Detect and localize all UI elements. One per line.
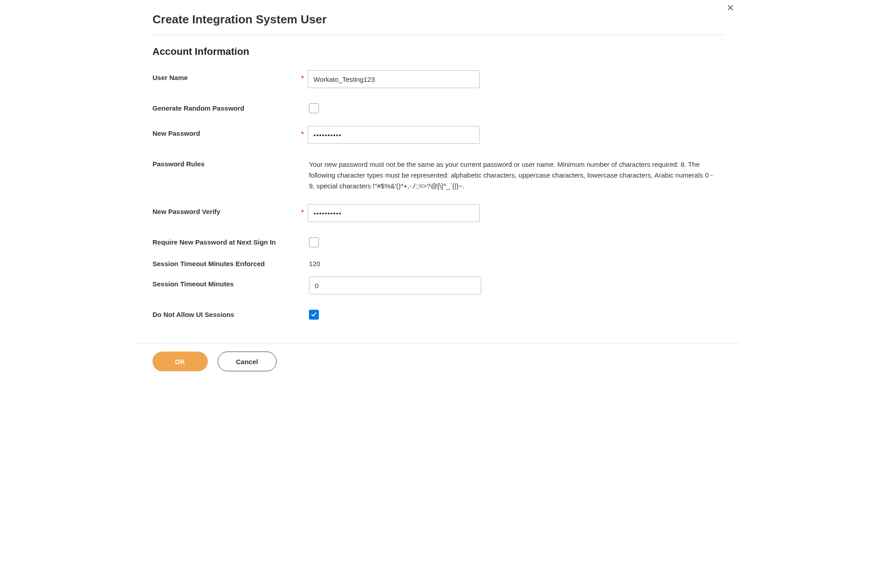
- row-new-password: New Password *: [152, 126, 725, 144]
- row-session-timeout-enforced: Session Timeout Minutes Enforced 120: [152, 256, 725, 267]
- label-session-timeout-enforced: Session Timeout Minutes Enforced: [152, 256, 301, 267]
- row-require-new-password: Require New Password at Next Sign In: [152, 235, 725, 247]
- require-new-password-checkbox[interactable]: [309, 237, 319, 247]
- dialog-create-integration-system-user: Create Integration System User Account I…: [138, 0, 739, 379]
- label-new-password-verify: New Password Verify: [152, 204, 301, 215]
- required-indicator: *: [301, 126, 304, 138]
- username-field[interactable]: [308, 70, 480, 88]
- password-rules-text: Your new password must not be the same a…: [309, 156, 719, 192]
- cancel-button[interactable]: Cancel: [218, 352, 277, 371]
- label-username: User Name: [152, 70, 301, 81]
- close-button[interactable]: [726, 4, 734, 13]
- dialog-title: Create Integration System User: [152, 13, 725, 27]
- dialog-footer: OK Cancel: [138, 343, 739, 379]
- required-indicator: *: [301, 204, 304, 217]
- required-indicator: *: [301, 70, 304, 83]
- ok-button[interactable]: OK: [152, 352, 208, 371]
- row-session-timeout: Session Timeout Minutes: [152, 276, 725, 294]
- row-username: User Name *: [152, 70, 725, 88]
- label-generate-random-password: Generate Random Password: [152, 101, 301, 112]
- generate-random-password-checkbox[interactable]: [309, 103, 319, 113]
- session-timeout-enforced-value: 120: [309, 256, 320, 267]
- close-icon: [726, 5, 734, 13]
- label-require-new-password: Require New Password at Next Sign In: [152, 235, 301, 246]
- row-new-password-verify: New Password Verify *: [152, 204, 725, 222]
- check-icon: [310, 311, 318, 319]
- dialog-content: Account Information User Name * Generate…: [138, 35, 739, 343]
- new-password-field[interactable]: [308, 126, 480, 144]
- row-no-ui-sessions: Do Not Allow UI Sessions: [152, 307, 725, 320]
- session-timeout-field[interactable]: [309, 276, 481, 294]
- label-session-timeout: Session Timeout Minutes: [152, 276, 301, 288]
- label-no-ui-sessions: Do Not Allow UI Sessions: [152, 307, 301, 318]
- section-title-account-info: Account Information: [152, 46, 725, 58]
- label-new-password: New Password: [152, 126, 301, 137]
- dialog-header: Create Integration System User: [138, 0, 739, 35]
- new-password-verify-field[interactable]: [308, 204, 480, 222]
- row-generate-random-password: Generate Random Password: [152, 101, 725, 113]
- no-ui-sessions-checkbox[interactable]: [309, 310, 319, 320]
- row-password-rules: Password Rules Your new password must no…: [152, 156, 725, 192]
- label-password-rules: Password Rules: [152, 156, 301, 168]
